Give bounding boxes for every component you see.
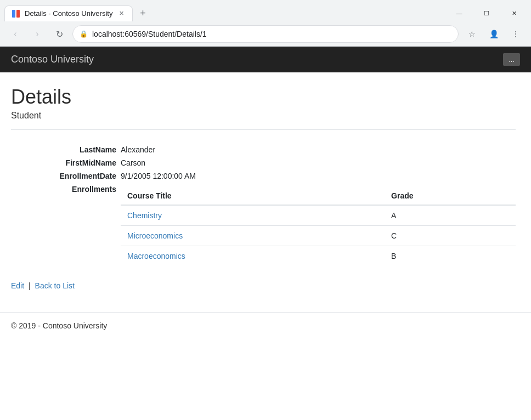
- back-button[interactable]: ‹: [7, 25, 24, 43]
- page-title: Details: [11, 86, 516, 109]
- app-brand[interactable]: Contoso University: [11, 54, 94, 65]
- reload-button[interactable]: ↻: [50, 25, 68, 43]
- app-navbar: Contoso University ...: [0, 47, 531, 72]
- back-to-list-link[interactable]: Back to List: [35, 281, 75, 290]
- enrollments-header-row: Course Title Grade: [121, 187, 516, 205]
- enrollments-row: Enrollments Course Title Grade Chemistry…: [11, 183, 516, 268]
- last-name-label: LastName: [11, 143, 121, 156]
- browser-titlebar: Details - Contoso University ✕ + — ☐ ✕: [0, 0, 531, 22]
- action-separator: |: [29, 281, 31, 290]
- address-bar[interactable]: 🔒 localhost:60569/Student/Details/1: [72, 25, 459, 43]
- navbar-button[interactable]: ...: [503, 53, 520, 66]
- close-button[interactable]: ✕: [501, 4, 527, 22]
- tab-title: Details - Contoso University: [25, 9, 112, 18]
- enrollments-value: Course Title Grade ChemistryAMicroeconom…: [121, 183, 516, 268]
- window-controls: — ☐ ✕: [447, 4, 527, 22]
- page-subtitle: Student: [11, 111, 516, 121]
- first-mid-name-label: FirstMidName: [11, 156, 121, 169]
- page-footer: © 2019 - Contoso University: [0, 312, 531, 339]
- detail-table: LastName Alexander FirstMidName Carson E…: [11, 143, 516, 268]
- divider: [11, 129, 516, 130]
- edit-link[interactable]: Edit: [11, 281, 24, 290]
- course-cell: Microeconomics: [121, 226, 385, 246]
- maximize-button[interactable]: ☐: [474, 4, 499, 22]
- enrollments-tbody: ChemistryAMicroeconomicsCMacroeconomicsB: [121, 205, 516, 266]
- enrollment-date-value: 9/1/2005 12:00:00 AM: [121, 169, 516, 183]
- grade-cell: C: [385, 226, 516, 246]
- svg-rect-1: [16, 10, 20, 18]
- more-options-icon[interactable]: ⋮: [507, 25, 524, 43]
- url-text: localhost:60569/Student/Details/1: [92, 30, 451, 38]
- browser-tab[interactable]: Details - Contoso University ✕: [4, 5, 133, 21]
- table-row: MacroeconomicsB: [121, 246, 516, 266]
- tab-favicon-icon: [12, 9, 20, 18]
- course-title-header: Course Title: [121, 187, 385, 205]
- new-tab-button[interactable]: +: [135, 5, 150, 21]
- enrollment-date-row: EnrollmentDate 9/1/2005 12:00:00 AM: [11, 169, 516, 183]
- minimize-button[interactable]: —: [447, 4, 472, 22]
- grade-cell: B: [385, 246, 516, 266]
- browser-chrome: Details - Contoso University ✕ + — ☐ ✕ ‹…: [0, 0, 531, 47]
- tab-close-button[interactable]: ✕: [117, 9, 126, 18]
- table-row: ChemistryA: [121, 205, 516, 226]
- lock-icon: 🔒: [80, 30, 88, 38]
- forward-button[interactable]: ›: [29, 25, 46, 43]
- enrollments-table: Course Title Grade ChemistryAMicroeconom…: [121, 187, 516, 266]
- first-mid-name-row: FirstMidName Carson: [11, 156, 516, 169]
- enrollments-thead: Course Title Grade: [121, 187, 516, 205]
- actions-row: Edit | Back to List: [11, 281, 516, 290]
- course-cell: Chemistry: [121, 205, 385, 226]
- profile-icon[interactable]: 👤: [485, 25, 502, 43]
- grade-header: Grade: [385, 187, 516, 205]
- grade-cell: A: [385, 205, 516, 226]
- first-mid-name-value: Carson: [121, 156, 516, 169]
- last-name-value: Alexander: [121, 143, 516, 156]
- browser-addressbar: ‹ › ↻ 🔒 localhost:60569/Student/Details/…: [0, 22, 531, 46]
- bookmark-icon[interactable]: ☆: [463, 25, 481, 43]
- enrollment-date-label: EnrollmentDate: [11, 169, 121, 183]
- enrollments-label: Enrollments: [11, 183, 121, 268]
- course-cell: Macroeconomics: [121, 246, 385, 266]
- page-content: Details Student LastName Alexander First…: [0, 72, 527, 312]
- table-row: MicroeconomicsC: [121, 226, 516, 246]
- footer-text: © 2019 - Contoso University: [11, 321, 107, 330]
- svg-rect-0: [12, 10, 15, 18]
- last-name-row: LastName Alexander: [11, 143, 516, 156]
